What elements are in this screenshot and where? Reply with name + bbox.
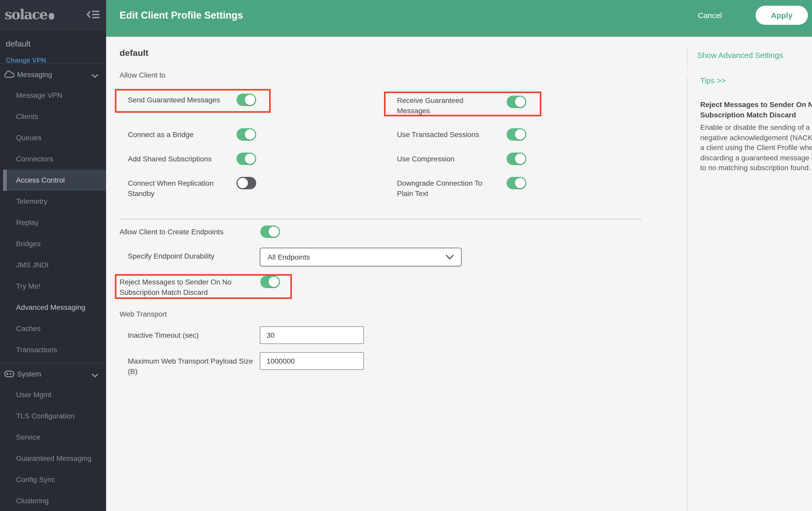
add-shared-subscriptions-toggle[interactable] xyxy=(236,153,256,165)
toggle-knob xyxy=(515,129,525,140)
sidebar-item-try-me[interactable]: Try Me! xyxy=(0,276,106,297)
use-transacted-sessions-toggle[interactable] xyxy=(507,128,526,141)
toggle-knob xyxy=(515,154,525,164)
sidebar-item-message-vpn[interactable]: Message VPN xyxy=(0,85,106,106)
sidebar-header: solace xyxy=(0,0,106,29)
sidebar-item-jms-jndi[interactable]: JMS JNDI xyxy=(0,254,106,276)
show-advanced-settings-link[interactable]: Show Advanced Settings xyxy=(697,51,783,59)
toggle-knob xyxy=(237,178,248,188)
toggle-knob xyxy=(245,129,255,140)
nav-section-messaging[interactable]: Messaging xyxy=(0,64,106,85)
use-compression-toggle[interactable] xyxy=(507,153,526,165)
toggle-knob xyxy=(245,95,255,105)
nav-section-label: System xyxy=(17,369,41,378)
page-title: Edit Client Profile Settings xyxy=(120,9,243,21)
sidebar-item-advanced-messaging[interactable]: Advanced Messaging xyxy=(0,297,106,318)
nav-section-label: Messaging xyxy=(17,70,52,78)
toggle-knob xyxy=(515,178,525,188)
max-payload-size-label: Maximum Web Transport Payload Size (B) xyxy=(128,356,257,377)
downgrade-connection-plain-text-toggle[interactable] xyxy=(507,177,526,189)
connect-as-bridge-toggle[interactable] xyxy=(236,128,256,141)
sidebar-item-transactions[interactable]: Transactions xyxy=(0,339,106,360)
apply-button[interactable]: Apply xyxy=(756,6,808,25)
section-divider xyxy=(119,219,642,219)
tips-body-text: Enable or disable the sending of a negat… xyxy=(700,123,812,173)
sidebar-item-telemetry[interactable]: Telemetry xyxy=(0,191,106,212)
inactive-timeout-input[interactable] xyxy=(260,326,364,344)
change-vpn-link[interactable]: Change VPN xyxy=(6,56,46,64)
endpoint-durability-select[interactable]: All Endpoints xyxy=(260,248,462,266)
sidebar-item-access-control[interactable]: Access Control xyxy=(3,170,106,191)
use-transacted-sessions-label: Use Transacted Sessions xyxy=(397,129,493,140)
tips-heading: Reject Messages to Sender On No Subscrip… xyxy=(700,99,812,120)
sidebar-item-queues[interactable]: Queues xyxy=(0,127,106,148)
sidebar-item-tls-configuration[interactable]: TLS Configuration xyxy=(0,405,106,427)
sidebar-item-connectors[interactable]: Connectors xyxy=(0,148,106,170)
solace-logo-text: solace xyxy=(5,8,47,21)
settings-form: default Allow Client to Send Guaranteed … xyxy=(106,37,812,511)
add-shared-subscriptions-label: Add Shared Subscriptions xyxy=(128,154,236,164)
vpn-block: default Change VPN xyxy=(0,29,106,64)
sidebar-item-guaranteed-messaging[interactable]: Guaranteed Messaging xyxy=(0,448,106,469)
inactive-timeout-label: Inactive Timeout (sec) xyxy=(128,330,252,340)
use-compression-label: Use Compression xyxy=(397,154,493,164)
app-root: solace default Change VPN Mess xyxy=(0,0,812,511)
cancel-button[interactable]: Cancel xyxy=(695,10,725,20)
receive-guaranteed-messages-toggle[interactable] xyxy=(507,96,526,108)
max-payload-size-input[interactable] xyxy=(260,352,364,370)
allow-create-endpoints-label: Allow Client to Create Endpoints xyxy=(120,227,254,237)
reject-messages-label: Reject Messages to Sender On No Subscrip… xyxy=(120,277,246,297)
chevron-down-icon xyxy=(445,254,454,260)
allow-client-to-label: Allow Client to xyxy=(120,70,165,80)
sidebar-item-replay[interactable]: Replay xyxy=(0,212,106,233)
toggle-knob xyxy=(245,154,255,164)
sidebar-item-clients[interactable]: Clients xyxy=(0,106,106,127)
connect-when-replication-standby-label: Connect When Replication Standby xyxy=(128,178,231,199)
sidebar: solace default Change VPN Mess xyxy=(0,0,106,511)
page-header: Edit Client Profile Settings Cancel Appl… xyxy=(106,0,812,37)
reject-messages-toggle[interactable] xyxy=(260,276,280,288)
profile-name-heading: default xyxy=(120,49,148,58)
tips-panel-divider xyxy=(687,77,688,511)
solace-logo-dot xyxy=(49,13,54,20)
receive-guaranteed-messages-label: Receive Guaranteed Messages xyxy=(397,95,480,116)
nav-section-system[interactable]: System xyxy=(0,363,106,384)
connect-as-bridge-label: Connect as a Bridge xyxy=(128,129,236,140)
toggle-knob xyxy=(269,277,279,287)
system-icon xyxy=(4,370,14,377)
sidebar-item-service[interactable]: Service xyxy=(0,427,106,448)
toggle-knob xyxy=(515,97,525,107)
sidebar-item-user-mgmt[interactable]: User Mgmt xyxy=(0,384,106,405)
sidebar-item-caches[interactable]: Caches xyxy=(0,318,106,339)
endpoint-durability-value: All Endpoints xyxy=(267,253,310,261)
sidebar-item-clustering[interactable]: Clustering xyxy=(0,490,106,511)
solace-logo[interactable]: solace xyxy=(0,8,54,21)
toggle-knob xyxy=(269,227,279,237)
sidebar-item-bridges[interactable]: Bridges xyxy=(0,233,106,254)
tips-link[interactable]: Tips >> xyxy=(700,76,726,85)
send-guaranteed-messages-label: Send Guaranteed Messages xyxy=(128,95,236,105)
allow-create-endpoints-toggle[interactable] xyxy=(260,226,280,238)
chevron-down-icon xyxy=(92,370,98,380)
downgrade-connection-plain-text-label: Downgrade Connection To Plain Text xyxy=(397,178,493,199)
sidebar-nav: Messaging Message VPN Clients Queues Con… xyxy=(0,64,106,511)
cloud-icon xyxy=(4,70,14,78)
chevron-down-icon xyxy=(92,71,98,80)
connect-when-replication-standby-toggle[interactable] xyxy=(236,177,256,189)
send-guaranteed-messages-toggle[interactable] xyxy=(236,94,256,106)
collapse-sidebar-icon[interactable] xyxy=(85,7,101,22)
sidebar-item-config-sync[interactable]: Config Sync xyxy=(0,469,106,490)
specify-endpoint-durability-label: Specify Endpoint Durability xyxy=(128,251,252,261)
web-transport-label: Web Transport xyxy=(120,309,167,319)
tips-panel-divider xyxy=(687,47,688,70)
current-vpn-name: default xyxy=(6,40,106,48)
